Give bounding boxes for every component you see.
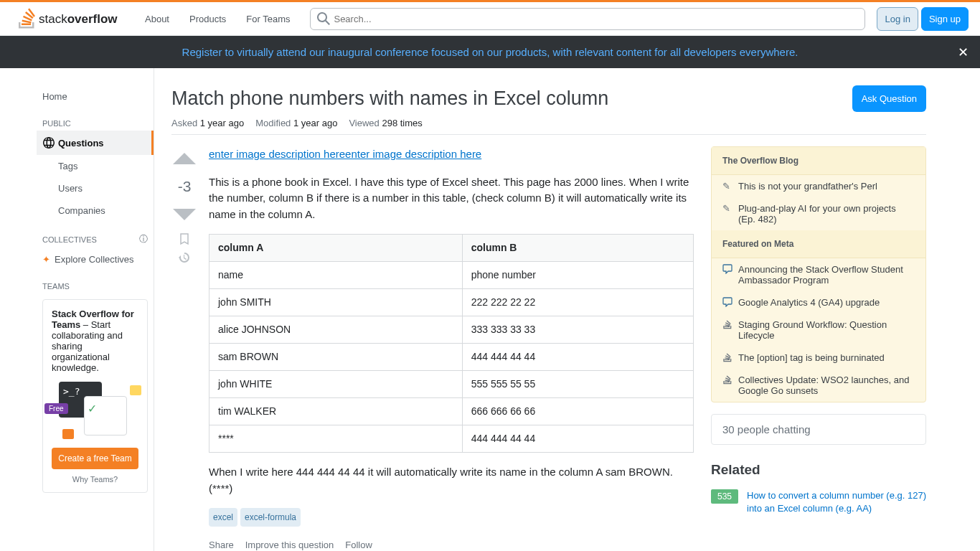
stackoverflow-icon	[722, 375, 732, 385]
search-wrap	[310, 8, 865, 30]
blog-item: ✎ Plug-and-play AI for your own projects…	[712, 197, 925, 230]
meta-item: The [option] tag is being burninated	[712, 347, 925, 369]
question-meta: Asked 1 year ago Modified 1 year ago Vie…	[171, 118, 926, 135]
post-body: enter image description hereenter image …	[209, 146, 694, 551]
table-cell: name	[209, 262, 463, 289]
meta-item: Google Analytics 4 (GA4) upgrade	[712, 291, 925, 314]
chat-bubble-icon	[130, 385, 141, 395]
auth-buttons: Log in Sign up	[877, 7, 969, 31]
login-button[interactable]: Log in	[877, 7, 918, 31]
globe-icon	[42, 136, 55, 149]
table-cell: 666 666 66 66	[462, 398, 693, 425]
vote-count: -3	[178, 178, 192, 195]
create-team-button[interactable]: Create a free Team	[52, 448, 138, 469]
star-icon: ✦	[42, 254, 50, 265]
table-cell: john SMITH	[209, 289, 463, 316]
chat-box[interactable]: 30 people chatting	[711, 414, 926, 445]
ask-question-button[interactable]: Ask Question	[852, 85, 926, 112]
search-icon	[317, 12, 330, 25]
sidebar-explore-collectives[interactable]: ✦ Explore Collectives	[37, 248, 154, 270]
teams-promo: Stack Overflow for Teams – Start collabo…	[42, 299, 148, 493]
meta-header: Featured on Meta	[712, 230, 925, 258]
table-row: john SMITH222 222 22 22	[209, 289, 694, 316]
upvote-icon[interactable]	[171, 146, 197, 172]
sidebar-home[interactable]: Home	[37, 85, 154, 108]
left-sidebar: Home PUBLIC Questions Tags Users Compani…	[37, 68, 154, 551]
table-header: column A	[209, 235, 463, 262]
share-link[interactable]: Share	[209, 538, 234, 551]
follow-link[interactable]: Follow	[345, 538, 372, 551]
blog-link[interactable]: Plug-and-play AI for your own projects (…	[738, 203, 915, 225]
overflow-blog-box: The Overflow Blog ✎ This is not your gra…	[711, 146, 926, 402]
svg-text:stackoverflow: stackoverflow	[39, 12, 118, 26]
sidebar-tags[interactable]: Tags	[37, 155, 154, 177]
meta-icon	[722, 297, 732, 307]
table-cell: alice JOHNSON	[209, 316, 463, 344]
meta-link[interactable]: Google Analytics 4 (GA4) upgrade	[738, 297, 880, 308]
logo[interactable]: stackoverflow	[11, 2, 131, 35]
table-row: namephone number	[209, 262, 694, 289]
table-header: column B	[462, 235, 693, 262]
meta-link[interactable]: Collectives Update: WSO2 launches, and G…	[738, 375, 915, 396]
table-cell: 444 444 44 44	[462, 425, 693, 453]
meta-item: Announcing the Stack Overflow Student Am…	[712, 258, 925, 291]
announcement-banner: Register to virtually attend our inaugur…	[0, 36, 980, 68]
table-cell: 555 555 55 55	[462, 371, 693, 398]
banner-close-icon[interactable]: ✕	[958, 44, 969, 60]
info-icon[interactable]: ⓘ	[139, 233, 148, 245]
meta-link[interactable]: Staging Ground Workflow: Question Lifecy…	[738, 319, 915, 341]
signup-button[interactable]: Sign up	[921, 7, 969, 31]
data-table: column A column B namephone numberjohn S…	[209, 234, 694, 453]
nav-about[interactable]: About	[136, 9, 178, 29]
sidebar-users[interactable]: Users	[37, 177, 154, 199]
meta-icon	[722, 264, 732, 274]
sidebar-questions[interactable]: Questions	[37, 131, 154, 155]
tag[interactable]: excel-formula	[240, 508, 301, 527]
blog-item: ✎ This is not your grandfather's Perl	[712, 175, 925, 197]
related-score: 535	[711, 489, 738, 504]
nav-for-teams[interactable]: For Teams	[237, 9, 298, 29]
related-link[interactable]: How to convert a column number (e.g. 127…	[747, 489, 926, 515]
pencil-icon: ✎	[722, 203, 732, 214]
blog-header: The Overflow Blog	[712, 147, 925, 175]
meta-link[interactable]: The [option] tag is being burninated	[738, 352, 885, 363]
sidebar-collectives-label: COLLECTIVES	[42, 235, 97, 244]
table-cell: 222 222 22 22	[462, 289, 693, 316]
chat-bubble-icon	[62, 429, 74, 439]
blog-link[interactable]: This is not your grandfather's Perl	[738, 181, 877, 192]
table-cell: 333 333 33 33	[462, 316, 693, 344]
question-post: -3 enter image description hereenter ima…	[171, 146, 694, 551]
improve-link[interactable]: Improve this question	[245, 538, 334, 551]
sidebar-public-label: PUBLIC	[37, 108, 154, 131]
right-sidebar: The Overflow Blog ✎ This is not your gra…	[711, 146, 926, 551]
stackoverflow-icon	[722, 319, 732, 329]
related-title: Related	[711, 462, 926, 478]
related-item: 535 How to convert a column number (e.g.…	[711, 489, 926, 515]
vote-controls: -3	[171, 146, 197, 551]
teams-illustration: >_? ✓ Free	[52, 382, 145, 439]
history-icon[interactable]	[178, 251, 191, 264]
tag[interactable]: excel	[209, 508, 237, 527]
pencil-icon: ✎	[722, 181, 732, 192]
post-actions: Share Improve this question Follow	[209, 538, 694, 551]
search-input[interactable]	[310, 8, 865, 30]
table-cell: phone number	[462, 262, 693, 289]
why-teams-link[interactable]: Why Teams?	[52, 475, 138, 484]
meta-link[interactable]: Announcing the Stack Overflow Student Am…	[738, 264, 915, 286]
sidebar-companies[interactable]: Companies	[37, 199, 154, 222]
table-row: alice JOHNSON333 333 33 33	[209, 316, 694, 344]
nav-products[interactable]: Products	[181, 9, 235, 29]
table-cell: john WHITE	[209, 371, 463, 398]
stackoverflow-icon	[722, 352, 732, 362]
nav-links: About Products For Teams	[136, 9, 298, 29]
table-row: ****444 444 44 44	[209, 425, 694, 453]
table-cell: tim WALKER	[209, 398, 463, 425]
downvote-icon[interactable]	[171, 201, 197, 227]
tags: excel excel-formula	[209, 508, 694, 527]
image-link[interactable]: enter image description hereenter image …	[209, 148, 481, 160]
free-badge: Free	[44, 403, 68, 414]
banner-link[interactable]: Register to virtually attend our inaugur…	[182, 46, 798, 58]
main-content: Match phone numbers with names in Excel …	[154, 68, 943, 551]
question-title: Match phone numbers with names in Excel …	[171, 85, 608, 111]
bookmark-icon[interactable]	[178, 232, 191, 245]
